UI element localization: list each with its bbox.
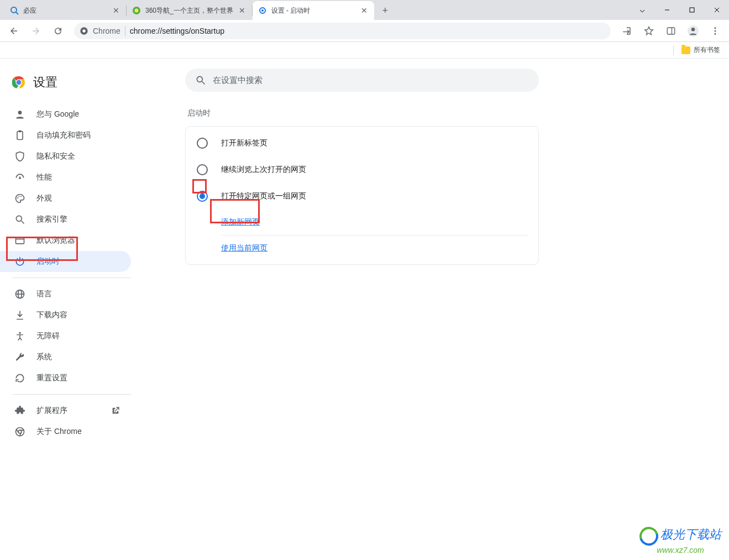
- sidebar-item-default-browser[interactable]: 默认浏览器: [0, 230, 131, 251]
- share-button[interactable]: [617, 22, 636, 40]
- person-icon: [14, 109, 25, 120]
- back-button[interactable]: [4, 22, 23, 40]
- sidebar-item-autofill[interactable]: 自动填充和密码: [0, 125, 131, 146]
- sidebar-item-about-chrome[interactable]: 关于 Chrome: [0, 421, 131, 442]
- puzzle-icon: [14, 405, 25, 416]
- profile-button[interactable]: [684, 22, 702, 40]
- settings-sidebar: 设置 您与 Google 自动填充和密码 隐私和安全 性能 外观 搜索引擎: [0, 59, 141, 560]
- sidebar-header: 设置: [0, 70, 141, 104]
- sidebar-item-label: 外观: [36, 193, 52, 203]
- svg-point-13: [691, 28, 695, 31]
- svg-point-5: [261, 9, 264, 12]
- 360-icon: [132, 6, 141, 15]
- sidebar-item-search-engine[interactable]: 搜索引擎: [0, 209, 131, 230]
- sidebar-item-label: 您与 Google: [36, 109, 79, 119]
- url-divider: [125, 26, 125, 36]
- url-text: chrome://settings/onStartup: [130, 27, 224, 35]
- sidebar-item-you-and-google[interactable]: 您与 Google: [0, 104, 131, 125]
- svg-point-15: [715, 30, 716, 32]
- search-icon: [14, 214, 25, 225]
- sidebar-item-system[interactable]: 系统: [0, 347, 131, 368]
- bookmarks-bar: 所有书签: [0, 42, 729, 59]
- tab-close-button[interactable]: ✕: [360, 6, 369, 15]
- browser-tab-360[interactable]: 360导航_一个主页，整个世界 ✕: [127, 1, 252, 20]
- watermark-line1: 极光下载站: [660, 527, 721, 541]
- reset-icon: [14, 373, 25, 384]
- sidebar-item-label: 无障碍: [36, 331, 60, 341]
- svg-rect-21: [17, 132, 23, 140]
- sidebar-divider: [12, 278, 131, 278]
- window-close-button[interactable]: [704, 2, 729, 18]
- download-icon: [14, 310, 25, 321]
- sidebar-item-label: 自动填充和密码: [36, 130, 91, 140]
- watermark: 极光下载站 www.xz7.com: [639, 526, 721, 554]
- site-chrome-icon: [80, 27, 88, 35]
- globe-icon: [14, 289, 25, 300]
- side-panel-button[interactable]: [662, 22, 680, 40]
- svg-line-27: [22, 221, 24, 224]
- startup-options-card: 打开新标签页 继续浏览上次打开的网页 打开特定网页或一组网页 添加新网页 使用当…: [185, 126, 539, 265]
- svg-rect-7: [690, 8, 694, 12]
- tab-title: 360导航_一个主页，整个世界: [145, 6, 233, 15]
- tab-close-button[interactable]: ✕: [238, 6, 247, 15]
- reload-button[interactable]: [49, 22, 67, 40]
- svg-rect-10: [667, 28, 675, 34]
- add-new-page-row: 添加新网页: [186, 210, 538, 235]
- bookmarks-separator: [673, 45, 674, 55]
- browser-tab-bing[interactable]: 必应 ✕: [4, 1, 126, 20]
- chrome-logo-icon: [12, 76, 25, 89]
- forward-button[interactable]: [27, 22, 45, 40]
- svg-point-24: [18, 196, 19, 197]
- sidebar-item-label: 系统: [36, 352, 52, 362]
- new-tab-button[interactable]: +: [377, 3, 393, 18]
- browser-menu-button[interactable]: [706, 22, 725, 40]
- bookmark-star-button[interactable]: [639, 22, 658, 40]
- sidebar-item-label: 默认浏览器: [36, 235, 75, 245]
- address-bar[interactable]: Chrome chrome://settings/onStartup: [74, 23, 611, 39]
- sidebar-item-label: 语言: [36, 289, 52, 299]
- settings-search-input[interactable]: 在设置中搜索: [185, 69, 539, 92]
- tab-close-button[interactable]: ✕: [112, 6, 120, 15]
- svg-rect-28: [16, 237, 24, 244]
- svg-point-14: [715, 27, 716, 29]
- settings-title: 设置: [33, 74, 57, 91]
- sidebar-item-on-startup[interactable]: 启动时: [0, 251, 131, 272]
- sidebar-item-label: 隐私和安全: [36, 151, 75, 161]
- startup-option-continue[interactable]: 继续浏览上次打开的网页: [186, 156, 538, 183]
- startup-option-specific-pages[interactable]: 打开特定网页或一组网页: [186, 183, 538, 210]
- svg-line-37: [202, 82, 205, 85]
- svg-point-33: [19, 332, 20, 334]
- tab-strip: 必应 ✕ 360导航_一个主页，整个世界 ✕ 设置 - 启动时 ✕ +: [0, 1, 630, 20]
- svg-point-36: [197, 76, 202, 82]
- shield-icon: [14, 151, 25, 162]
- tab-title: 设置 - 启动时: [271, 6, 355, 15]
- browser-tab-settings[interactable]: 设置 - 启动时 ✕: [253, 1, 374, 20]
- sidebar-item-label: 下载内容: [36, 310, 67, 320]
- sidebar-item-accessibility[interactable]: 无障碍: [0, 326, 131, 347]
- section-title-startup: 启动时: [187, 108, 211, 118]
- clipboard-icon: [14, 130, 25, 141]
- svg-point-0: [11, 7, 17, 13]
- use-current-pages-link[interactable]: 使用当前网页: [221, 243, 268, 252]
- sidebar-item-label: 重置设置: [36, 373, 67, 383]
- add-new-page-link[interactable]: 添加新网页: [221, 217, 260, 226]
- all-bookmarks-button[interactable]: 所有书签: [694, 45, 720, 55]
- accessibility-icon: [14, 331, 25, 342]
- window-controls: [630, 0, 729, 20]
- sidebar-item-extensions[interactable]: 扩展程序: [0, 400, 131, 421]
- url-scheme-label: Chrome: [93, 27, 120, 35]
- settings-page: 设置 您与 Google 自动填充和密码 隐私和安全 性能 外观 搜索引擎: [0, 59, 729, 560]
- svg-point-3: [135, 9, 139, 13]
- sidebar-item-downloads[interactable]: 下载内容: [0, 305, 131, 326]
- window-maximize-button[interactable]: [679, 2, 704, 18]
- startup-option-new-tab[interactable]: 打开新标签页: [186, 130, 538, 156]
- sidebar-item-languages[interactable]: 语言: [0, 284, 131, 305]
- sidebar-item-reset[interactable]: 重置设置: [0, 368, 131, 389]
- folder-icon: [681, 46, 690, 54]
- sidebar-item-performance[interactable]: 性能: [0, 167, 131, 188]
- window-minimize-button[interactable]: [654, 2, 679, 18]
- radio-unchecked-icon: [197, 164, 208, 175]
- window-collapse-button[interactable]: [630, 2, 654, 18]
- sidebar-item-privacy[interactable]: 隐私和安全: [0, 146, 131, 167]
- sidebar-item-appearance[interactable]: 外观: [0, 188, 131, 209]
